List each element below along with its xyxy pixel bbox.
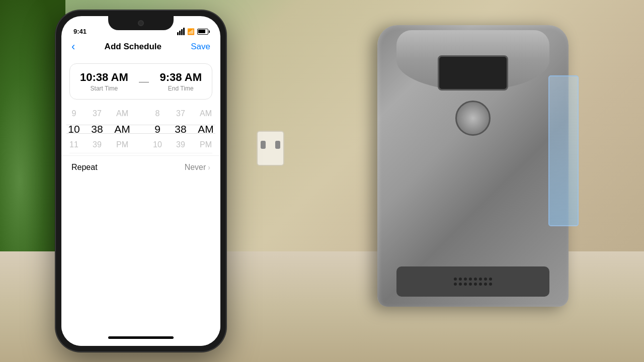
end-time-label: End Time bbox=[168, 85, 194, 92]
start-minute-col[interactable]: 37 38 39 bbox=[86, 107, 109, 152]
battery-fill bbox=[198, 30, 205, 33]
end-hour-below: 10 bbox=[146, 138, 169, 152]
start-hour-below: 11 bbox=[62, 138, 86, 152]
front-camera bbox=[138, 20, 144, 26]
signal-bar-1 bbox=[177, 32, 179, 35]
start-time-value: 10:38 AM bbox=[80, 71, 128, 84]
end-period-col[interactable]: AM AM PM bbox=[192, 107, 219, 152]
start-minute-selected: 38 bbox=[86, 121, 109, 138]
outlet-hole-left bbox=[261, 141, 266, 149]
start-period-below: PM bbox=[109, 138, 136, 152]
save-button[interactable]: Save bbox=[191, 42, 210, 52]
end-time-block: 9:38 AM End Time bbox=[159, 71, 202, 92]
end-hour-col[interactable]: 8 9 10 bbox=[146, 107, 169, 152]
signal-bar-2 bbox=[179, 31, 181, 35]
signal-icon bbox=[177, 28, 185, 35]
start-period-above: AM bbox=[109, 107, 136, 121]
end-minute-below: 39 bbox=[169, 138, 192, 152]
end-period-above: AM bbox=[192, 107, 219, 121]
repeat-value: Never bbox=[185, 163, 206, 172]
signal-bar-3 bbox=[181, 29, 183, 35]
start-minute-above: 37 bbox=[86, 107, 109, 121]
keurig-button bbox=[455, 101, 491, 136]
wifi-icon: 📶 bbox=[187, 28, 195, 35]
battery-icon bbox=[197, 29, 208, 35]
phone-outer-body: 9:41 📶 ‹ Add Schedule bbox=[55, 10, 226, 352]
keurig-body bbox=[377, 25, 569, 307]
page-title: Add Schedule bbox=[105, 42, 162, 52]
home-bar bbox=[108, 336, 174, 339]
status-time: 9:41 bbox=[73, 28, 87, 35]
status-icons: 📶 bbox=[177, 28, 208, 35]
keurig-machine bbox=[317, 10, 594, 322]
start-hour-above: 9 bbox=[62, 107, 86, 121]
time-picker[interactable]: 9 10 11 37 38 39 AM AM PM bbox=[61, 106, 220, 153]
start-period-col[interactable]: AM AM PM bbox=[109, 107, 136, 152]
repeat-chevron-icon: › bbox=[208, 163, 210, 171]
start-time-block: 10:38 AM Start Time bbox=[80, 71, 128, 92]
end-minute-selected: 38 bbox=[169, 121, 192, 138]
start-period-selected: AM bbox=[109, 121, 136, 138]
start-hour-selected: 10 bbox=[62, 121, 86, 138]
end-period-selected: AM bbox=[192, 121, 219, 138]
end-period-below: PM bbox=[192, 138, 219, 152]
repeat-value-container[interactable]: Never › bbox=[185, 163, 210, 172]
phone: 9:41 📶 ‹ Add Schedule bbox=[55, 10, 226, 352]
time-row: 10:38 AM Start Time — 9:38 AM End Time bbox=[80, 71, 202, 92]
wall-outlet bbox=[257, 131, 284, 166]
time-separator: — bbox=[134, 76, 154, 87]
end-time-value: 9:38 AM bbox=[159, 71, 202, 84]
home-indicator bbox=[61, 329, 220, 346]
phone-notch bbox=[108, 16, 174, 30]
keurig-water-tank bbox=[548, 75, 579, 226]
repeat-row[interactable]: Repeat Never › bbox=[61, 155, 220, 179]
keurig-screen bbox=[438, 55, 508, 90]
back-button[interactable]: ‹ bbox=[71, 40, 75, 53]
app-content: 10:38 AM Start Time — 9:38 AM End Time bbox=[61, 57, 220, 329]
outlet-hole-right bbox=[275, 141, 280, 149]
start-hour-col[interactable]: 9 10 11 bbox=[62, 107, 86, 152]
navigation-bar: ‹ Add Schedule Save bbox=[61, 38, 220, 57]
repeat-label: Repeat bbox=[71, 163, 98, 172]
end-minute-col[interactable]: 37 38 39 bbox=[169, 107, 192, 152]
start-minute-below: 39 bbox=[86, 138, 109, 152]
end-hour-selected: 9 bbox=[146, 121, 169, 138]
keurig-top bbox=[396, 30, 549, 90]
keurig-drip-tray bbox=[396, 266, 549, 297]
end-hour-above: 8 bbox=[146, 107, 169, 121]
end-minute-above: 37 bbox=[169, 107, 192, 121]
separator bbox=[69, 153, 212, 153]
signal-bar-4 bbox=[183, 28, 185, 35]
start-time-label: Start Time bbox=[91, 85, 118, 92]
phone-screen: 9:41 📶 ‹ Add Schedule bbox=[61, 16, 220, 346]
time-range-card[interactable]: 10:38 AM Start Time — 9:38 AM End Time bbox=[69, 63, 212, 100]
